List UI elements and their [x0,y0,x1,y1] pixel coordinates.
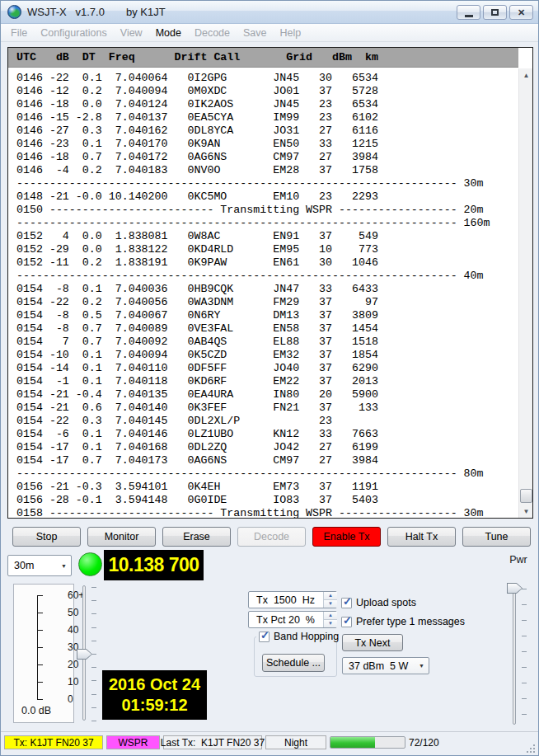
table-row: 0156 -21 -0.3 3.594101 0K4EH EM73 37 119… [16,481,518,494]
power-select-value: 37 dBm 5 W [349,658,408,674]
band-select[interactable]: 30m ▼ [7,555,72,576]
table-header: UTC dB DT Freq Drift Call Grid dBm km [8,48,518,68]
maximize-button[interactable] [483,5,507,20]
band-select-value: 30m [14,556,34,575]
date-display: 2016 Oct 24 [102,674,207,695]
mode-panel: WSPR [106,735,160,749]
table-row: 0150 ------------------------- Transmitt… [16,204,518,217]
table-row: 0154 -6 0.1 7.040146 0LZ1UBO KN12 33 766… [16,428,518,441]
table-row: 0146 -23 0.1 7.040170 0K9AN EN50 33 1215 [16,138,518,151]
menu-help[interactable]: Help [274,27,308,39]
table-row: 0154 -8 0.5 7.040067 0N6RY DM13 37 3809 [16,309,518,322]
table-row: 0146 -18 0.0 7.040124 0IK2AOS JN45 23 65… [16,98,518,111]
chevron-down-icon: ▼ [415,658,429,674]
minimize-icon [465,15,473,17]
table-row: 0154 -21 -0.4 7.040135 0EA4URA IN80 20 5… [16,388,518,401]
check-icon: ✓ [343,596,352,607]
monitor-button[interactable]: Monitor [87,527,156,547]
table-row: 0152 4 0.0 1.838081 0W8AC EN91 37 549 [16,230,518,243]
tx-status-panel: Tx: K1JT FN20 37 [4,735,103,749]
pwr-slider-handle[interactable] [507,583,523,594]
menu-file[interactable]: File [4,27,34,39]
table-row: 0154 -22 0.3 7.040145 0DL2XL/P 23 [16,415,518,428]
table-row: 0156 -28 -0.1 3.594148 0G0IDE IO83 37 54… [16,494,518,507]
maximize-icon [491,9,499,16]
band-hopping-label: Band Hopping [274,631,339,642]
table-row: 0154 -17 0.7 7.040173 0AG6NS CM97 27 398… [16,454,518,467]
pwr-slider[interactable] [513,586,516,725]
table-row: 0154 -1 0.1 7.040118 0KD6RF EM22 37 2013 [16,375,518,388]
progress-bar-fill [330,737,375,748]
spin-down-icon[interactable]: ▼ [324,620,337,628]
tx-pct-spinbox[interactable]: Tx Pct 20 % ▲ ▼ [248,611,337,628]
day-night-panel: Night [265,735,326,749]
upload-spots-checkbox[interactable]: ✓ Upload spots [341,597,416,608]
check-icon: ✓ [343,615,352,626]
table-row: 0154 -17 0.1 7.040168 0DL2ZQ JO42 27 619… [16,441,518,454]
rx-gain-slider-handle[interactable] [77,649,92,660]
tx-freq-spinbox[interactable]: Tx 1500 Hz ▲ ▼ [248,591,337,608]
datetime-display: 2016 Oct 24 01:59:12 [102,670,207,720]
spin-up-icon[interactable]: ▲ [324,612,337,620]
table-row: ----------------------------------------… [16,270,518,283]
table-row: 0158 ------------------------- Transmitt… [16,507,518,518]
table-row: 0146 -18 0.7 7.040172 0AG6NS CM97 27 398… [16,151,518,164]
menu-mode[interactable]: Mode [149,27,188,39]
spin-up-icon[interactable]: ▲ [324,592,337,600]
statusbar: Tx: K1JT FN20 37 WSPR Last Tx: K1JT FN20… [1,731,538,756]
scroll-up-icon: ▲ [523,72,530,79]
table-row: 0154 -10 0.1 7.040094 0K5CZD EM32 37 185… [16,349,518,362]
tx-next-button[interactable]: Tx Next [342,634,403,651]
band-hopping-checkbox[interactable]: ✓ Band Hopping [256,631,341,642]
prefer-type1-label: Prefer type 1 messages [356,616,465,627]
minimize-button[interactable] [457,5,480,20]
menu-decode[interactable]: Decode [188,27,237,39]
chevron-down-icon: ▼ [57,556,71,575]
progress-label: 72/120 [409,737,439,749]
spin-down-icon[interactable]: ▼ [324,600,337,608]
table-row: 0152 -29 0.0 1.838122 0KD4RLD EM95 10 77… [16,243,518,256]
scroll-down-icon: ▼ [523,508,530,515]
table-row: 0148 -21 -0.0 10.140200 0KC5MO EM10 23 2… [16,190,518,204]
table-row: 0146 -15 -2.8 7.040137 0EA5CYA IM99 23 6… [16,111,518,124]
upload-spots-label: Upload spots [356,597,416,608]
tune-button[interactable]: Tune [462,527,531,547]
power-select[interactable]: 37 dBm 5 W ▼ [342,657,429,674]
halt-tx-button[interactable]: Halt Tx [387,527,456,547]
stop-button[interactable]: Stop [12,527,81,547]
rx-meter: 60+50403020100 0.0 dB [13,584,74,723]
table-row: 0154 -21 0.6 7.040140 0K3FEF FN21 37 133 [16,401,518,415]
schedule-button[interactable]: Schedule ... [262,654,325,672]
table-row: ----------------------------------------… [16,177,518,190]
last-tx-panel: Last Tx: K1JT FN20 37 [163,735,262,749]
erase-button[interactable]: Erase [162,527,231,547]
table-row: 0154 -8 0.1 7.040036 0HB9CQK JN47 33 643… [16,283,518,296]
resize-grip[interactable] [527,744,535,753]
enable-tx-button[interactable]: Enable Tx [312,527,381,547]
scroll-down-button[interactable]: ▼ [519,505,533,518]
checkbox-box: ✓ [259,632,270,642]
window-title: WSJT-X v1.7.0 [27,6,105,18]
checkbox-box: ✓ [341,598,352,608]
menu-save[interactable]: Save [237,27,274,39]
menubar: FileConfigurationsViewModeDecodeSaveHelp [1,24,538,42]
tx-freq-spinbox-value: Tx 1500 Hz [249,592,322,608]
time-display: 01:59:12 [102,695,207,716]
menu-view[interactable]: View [114,27,149,39]
scroll-up-button[interactable]: ▲ [519,68,533,82]
frequency-display[interactable]: 10.138 700 [104,550,204,580]
table-row: 0152 -11 0.2 1.838191 0K9PAW EN61 30 104… [16,256,518,270]
table-row: 0154 -14 0.1 7.040110 0DF5FF JO40 37 629… [16,362,518,375]
prefer-type1-checkbox[interactable]: ✓ Prefer type 1 messages [341,616,465,627]
pwr-label: Pwr [500,554,537,566]
progress-bar [330,736,405,749]
menu-configurations[interactable]: Configurations [34,27,114,39]
meter-value-label: 0.0 dB [21,705,51,716]
close-button[interactable]: ✕ [509,5,533,20]
app-globe-icon [7,5,21,19]
scrollbar-thumb[interactable] [520,489,532,503]
check-icon: ✓ [260,630,270,641]
table-row: 0146 -22 0.1 7.040064 0I2GPG JN45 30 653… [16,72,518,85]
table-scrollbar[interactable]: ▲ ▼ [518,68,532,518]
table-row: 0154 7 0.7 7.040092 0AB4QS EL88 37 1518 [16,336,518,349]
